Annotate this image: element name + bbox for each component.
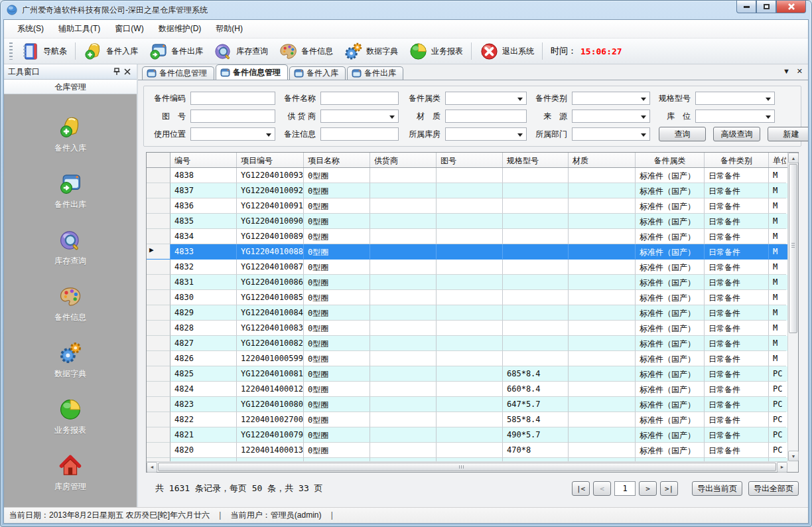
sidebar-item-data-dictionary[interactable]: 数据字典 (54, 341, 86, 380)
warehouse-select[interactable] (445, 127, 527, 141)
header-spec[interactable]: 规格型号 (503, 153, 569, 167)
row-selector[interactable] (147, 305, 170, 321)
horizontal-scroll-thumb[interactable] (158, 463, 776, 471)
close-button[interactable] (776, 1, 806, 13)
row-selector[interactable] (147, 260, 170, 275)
sidebar-item-business-report[interactable]: 业务报表 (54, 398, 86, 436)
menu-data-maintenance[interactable]: 数据维护(D) (152, 21, 208, 37)
sidebar-item-parts-info[interactable]: 备件信息 (54, 285, 86, 323)
scroll-up-icon[interactable]: ▲ (788, 153, 799, 163)
menu-window[interactable]: 窗口(W) (108, 21, 150, 37)
toolbar-parts-outbound[interactable]: 备件出库 (143, 40, 208, 63)
row-selector[interactable] (147, 183, 170, 198)
table-row[interactable]: 4824 1220401400012 0型圈 660*8.4 标准件（国产） 日… (147, 382, 787, 397)
table-row[interactable]: 4821 YG12204010079 0型圈 490*5.7 标准件（国产） 日… (147, 427, 787, 443)
header-category[interactable]: 备件属类 (636, 153, 705, 167)
advanced-query-button[interactable]: 高级查询 (713, 127, 760, 141)
table-row[interactable]: 4825 YG12204010081 0型圈 685*8.4 标准件（国产） 日… (147, 366, 787, 382)
table-row[interactable]: 4826 1220401000599 0型圈 标准件（国产） 日常备件 (147, 351, 787, 366)
name-input[interactable] (320, 92, 399, 105)
toolbar-grip[interactable] (9, 42, 13, 60)
scroll-down-icon[interactable]: ▼ (788, 451, 799, 461)
table-row[interactable]: 4822 1220401002700 0型圈 585*8.4 标准件（国产） 日… (147, 412, 787, 427)
toolbar-data-dictionary[interactable]: 数据字典 (338, 40, 403, 63)
minimize-button[interactable] (736, 1, 756, 13)
toolbar-nav-bar[interactable]: 导航条 (15, 40, 72, 63)
row-selector[interactable] (147, 214, 170, 229)
table-row[interactable]: 4827 YG12204010082 0型圈 标准件（国产） 日常备件 (147, 336, 787, 351)
toolbar-exit-system[interactable]: 退出系统 (474, 40, 539, 63)
row-selector[interactable] (147, 382, 170, 397)
sidebar-section-warehouse[interactable]: 仓库管理 (4, 80, 137, 94)
row-selector[interactable] (147, 275, 170, 290)
tab-close-icon[interactable]: ✕ (797, 67, 803, 76)
table-row[interactable]: 4837 YG12204010092 0型圈 标准件（国产） 日常备件 (147, 183, 787, 198)
menu-aux-tools[interactable]: 辅助工具(T) (52, 21, 107, 37)
first-page-button[interactable]: |< (572, 481, 590, 496)
material-input[interactable] (445, 110, 527, 123)
scroll-left-icon[interactable]: ◄ (147, 462, 157, 473)
vertical-scrollbar[interactable]: ▲ ▼ (787, 153, 798, 461)
code-input[interactable] (190, 92, 275, 105)
department-select[interactable] (572, 127, 650, 141)
export-all-pages-button[interactable]: 导出全部页 (748, 481, 799, 496)
row-selector[interactable] (147, 427, 170, 443)
vertical-scroll-thumb[interactable] (789, 164, 797, 333)
row-selector[interactable] (147, 168, 170, 183)
header-supplier[interactable]: 供货商 (370, 153, 437, 167)
header-unit[interactable]: 单位 (769, 153, 786, 167)
header-project-name[interactable]: 项目名称 (304, 153, 370, 167)
class-select[interactable] (572, 92, 650, 105)
tab-parts-inbound[interactable]: 备件入库 (289, 66, 346, 80)
use-position-select[interactable] (190, 127, 275, 141)
row-selector[interactable] (147, 397, 170, 412)
sidebar-close-icon[interactable] (122, 67, 133, 76)
table-row[interactable]: 4835 YG12204010090 0型圈 标准件（国产） 日常备件 (147, 214, 787, 229)
row-selector[interactable] (147, 229, 170, 244)
row-selector[interactable] (147, 366, 170, 382)
last-page-button[interactable]: >| (660, 481, 678, 496)
row-selector[interactable]: ▶ (147, 244, 170, 260)
maximize-button[interactable] (756, 1, 776, 13)
prev-page-button[interactable]: < (593, 481, 611, 496)
table-row[interactable]: 4823 YG12204010080 0型圈 647*5.7 标准件（国产） 日… (147, 397, 787, 412)
row-selector[interactable] (147, 412, 170, 427)
title-bar[interactable]: 广州爱奇迪软件科技有限公司-深田之星仓库管理系统 (1, 1, 811, 19)
tab-parts-outbound[interactable]: 备件出库 (347, 66, 403, 80)
table-row[interactable]: 4831 YG12204010086 0型圈 标准件（国产） 日常备件 (147, 275, 787, 290)
table-row[interactable]: 4828 YG12204010083 0型圈 标准件（国产） 日常备件 (147, 321, 787, 336)
row-selector[interactable] (147, 321, 170, 336)
next-page-button[interactable]: > (639, 481, 657, 496)
scroll-right-icon[interactable]: ► (777, 462, 787, 473)
table-row[interactable]: 4838 YG12204010093 0型圈 标准件（国产） 日常备件 (147, 168, 787, 183)
sidebar-item-parts-inbound[interactable]: 备件入库 (54, 115, 86, 154)
query-button[interactable]: 查询 (659, 127, 706, 141)
remark-input[interactable] (320, 127, 399, 141)
supplier-select[interactable] (320, 110, 399, 123)
pin-icon[interactable] (111, 67, 122, 76)
header-project-code[interactable]: 项目编号 (237, 153, 304, 167)
sidebar-item-warehouse-management[interactable]: 库房管理 (54, 454, 86, 492)
spec-select[interactable] (695, 92, 775, 105)
row-selector[interactable] (147, 351, 170, 366)
toolbar-parts-inbound[interactable]: 备件入库 (78, 40, 143, 63)
menu-system[interactable]: 系统(S) (11, 21, 50, 37)
header-drawing[interactable]: 图号 (437, 153, 503, 167)
current-page-input[interactable]: 1 (614, 481, 636, 496)
menu-help[interactable]: 帮助(H) (209, 21, 249, 37)
chevron-down-icon[interactable]: ▼ (783, 67, 790, 76)
header-class[interactable]: 备件类别 (705, 153, 769, 167)
header-number[interactable]: 编号 (170, 153, 237, 167)
toolbar-parts-info[interactable]: 备件信息 (273, 40, 338, 63)
drawing-input[interactable] (190, 110, 275, 123)
table-row[interactable]: 4836 YG12204010091 0型圈 标准件（国产） 日常备件 (147, 198, 787, 214)
category-select[interactable] (445, 92, 527, 105)
toolbar-business-report[interactable]: 业务报表 (403, 40, 468, 63)
row-selector[interactable] (147, 198, 170, 214)
table-row[interactable]: 4830 YG12204010085 0型圈 标准件（国产） 日常备件 (147, 290, 787, 305)
toolbar-stock-query[interactable]: 库存查询 (208, 40, 273, 63)
row-selector[interactable] (147, 336, 170, 351)
export-current-page-button[interactable]: 导出当前页 (692, 481, 742, 496)
tab-parts-info-management-2[interactable]: 备件信息管理 (216, 64, 288, 80)
row-selector[interactable] (147, 290, 170, 305)
